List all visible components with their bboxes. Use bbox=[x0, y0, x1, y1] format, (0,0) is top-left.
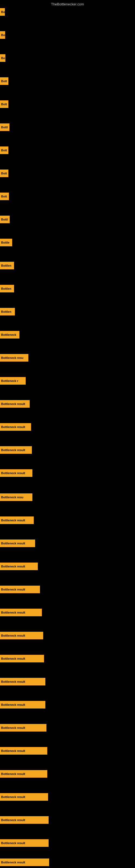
bar-item: Bott bbox=[0, 147, 8, 154]
bar-item: Bottleneck resu bbox=[0, 493, 32, 501]
bar-item: Bo bbox=[0, 54, 5, 62]
bar-label: Bottleneck result bbox=[1, 703, 25, 706]
bar-label: Bottleneck result bbox=[1, 542, 25, 545]
bar-label: Bottleneck bbox=[1, 333, 16, 336]
bar-item: Bott bbox=[0, 193, 9, 200]
bar-item: Bott bbox=[0, 77, 8, 85]
bar-label: Bottleneck r bbox=[1, 379, 18, 382]
bar-label: Bottleneck result bbox=[1, 726, 25, 730]
bar-item: Bottleneck result bbox=[0, 678, 45, 685]
bar-item: Bottleneck result bbox=[0, 517, 34, 524]
bar-item: Bottleneck result bbox=[0, 816, 49, 824]
site-title: TheBottlenecker.com bbox=[51, 2, 84, 6]
bar-label: Bottleneck result bbox=[1, 634, 25, 637]
bar-label: Bottleneck result bbox=[1, 795, 25, 799]
bar-item: Bottle bbox=[0, 239, 12, 246]
bar-item: Bott bbox=[0, 169, 8, 177]
bar-item: Bo bbox=[0, 31, 5, 39]
bar-label: Bo bbox=[1, 56, 5, 60]
bar-item: Bottleneck result bbox=[0, 446, 32, 454]
bar-label: Bo bbox=[1, 33, 5, 37]
bar-item: Bottlen bbox=[0, 308, 15, 315]
bar-label: Bottleneck result bbox=[1, 657, 25, 660]
bar-label: Bott bbox=[1, 195, 7, 198]
bar-label: Bottleneck result bbox=[1, 749, 25, 752]
bar-item: Bottleneck result bbox=[0, 400, 30, 408]
bar-label: Bottleneck result bbox=[1, 519, 25, 522]
bar-item: Bott bbox=[0, 100, 8, 108]
bar-label: Bottleneck result bbox=[1, 448, 25, 452]
bar-item: Bottleneck resu bbox=[0, 354, 28, 362]
bar-label: Bo bbox=[1, 10, 5, 13]
bar-item: Bottleneck result bbox=[0, 747, 47, 755]
bar-item: Bottleneck result bbox=[0, 609, 42, 616]
bar-item: Bottleneck bbox=[0, 331, 19, 339]
bar-item: Bottleneck result bbox=[0, 839, 49, 847]
bar-item: Bottleneck result bbox=[0, 632, 43, 639]
bar-label: Bottleneck resu bbox=[1, 496, 24, 499]
bar-item: Bottlen bbox=[0, 262, 14, 269]
bar-label: Bottleneck result bbox=[1, 772, 25, 775]
bar-label: Bottleneck result bbox=[1, 565, 25, 568]
bar-item: Bottleneck result bbox=[0, 724, 46, 732]
bar-label: Bottleneck result bbox=[1, 680, 25, 683]
bar-label: Bottleneck result bbox=[1, 425, 25, 429]
bar-item: Bottleneck result bbox=[0, 701, 45, 709]
bar-label: Bottlen bbox=[1, 287, 11, 290]
bar-item: Bottl bbox=[0, 216, 10, 223]
bar-item: Bottleneck result bbox=[0, 655, 44, 662]
bar-label: Bottlen bbox=[1, 264, 11, 267]
bar-item: Bottleneck result bbox=[0, 539, 35, 547]
bar-label: Bottleneck resu bbox=[1, 356, 24, 360]
bar-label: Bott bbox=[1, 80, 7, 83]
bar-item: Bottleneck result bbox=[0, 586, 40, 593]
bar-label: Bottleneck result bbox=[1, 471, 25, 475]
bar-label: Bott bbox=[1, 102, 7, 106]
bar-item: Bottleneck r bbox=[0, 377, 26, 384]
bar-label: Bottl bbox=[1, 218, 8, 221]
bar-label: Bottleneck result bbox=[1, 611, 25, 614]
bar-label: Bottleneck result bbox=[1, 818, 25, 822]
bar-item: Bottleneck result bbox=[0, 770, 47, 778]
bar-item: Bottl bbox=[0, 123, 9, 131]
bar-label: Bottleneck result bbox=[1, 861, 25, 864]
bar-item: Bottleneck result bbox=[0, 563, 38, 570]
bar-item: Bo bbox=[0, 8, 5, 16]
bar-item: Bottleneck result bbox=[0, 423, 31, 431]
bar-label: Bottlen bbox=[1, 310, 11, 313]
bar-item: Bottlen bbox=[0, 285, 14, 292]
bar-label: Bott bbox=[1, 172, 7, 175]
bar-label: Bottleneck result bbox=[1, 402, 25, 405]
bar-label: Bottleneck result bbox=[1, 588, 25, 591]
bar-label: Bottle bbox=[1, 241, 9, 244]
bar-item: Bottleneck result bbox=[0, 469, 32, 477]
bar-label: Bott bbox=[1, 149, 7, 152]
bar-item: Bottleneck result bbox=[0, 793, 48, 801]
bar-item: Bottleneck result bbox=[0, 859, 49, 866]
bar-label: Bottl bbox=[1, 126, 8, 129]
bar-label: Bottleneck result bbox=[1, 841, 25, 845]
